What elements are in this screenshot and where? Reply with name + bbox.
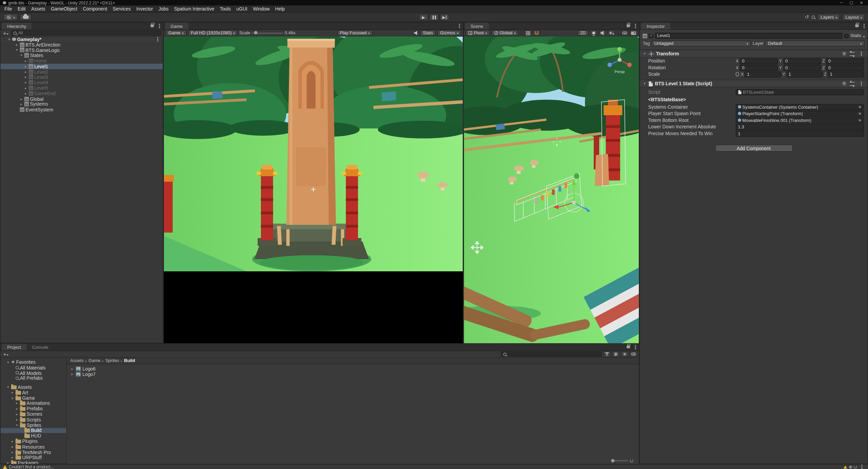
hierarchy-item-states[interactable]: States [1, 53, 163, 58]
project-tree-all-models[interactable]: All Models [1, 370, 67, 376]
console-log-icon[interactable] [849, 465, 852, 468]
menu-tools[interactable]: Tools [217, 5, 234, 12]
tool-handle-rotation-dropdown[interactable]: Global [491, 30, 518, 36]
status-message[interactable]: Couldn't find a product… [9, 464, 54, 469]
project-tree-plugins[interactable]: Plugins [1, 439, 67, 444]
hierarchy-item-bts-artdirection[interactable]: BTS.ArtDirection [1, 42, 163, 48]
object-field[interactable]: MoveableFinishline.001 (Transform) [736, 117, 864, 123]
chevron-down-icon[interactable] [6, 360, 10, 364]
project-tree-textmesh-pro[interactable]: TextMesh Pro [1, 450, 67, 455]
layer-dropdown[interactable]: Default [765, 40, 865, 47]
project-tree-game[interactable]: Game [1, 395, 67, 401]
undo-history-icon[interactable] [805, 14, 809, 20]
breadcrumb-sprites[interactable]: Sprites [105, 358, 119, 363]
position-y-field[interactable]: 0 [783, 58, 821, 64]
chevron-right-icon[interactable] [24, 81, 27, 84]
search-by-type-icon[interactable] [604, 351, 611, 357]
stats-button[interactable]: Stats [420, 30, 436, 36]
chevron-right-icon[interactable] [24, 65, 27, 68]
rotation-z-field[interactable]: 0 [826, 65, 864, 71]
chevron-down-icon[interactable] [15, 423, 19, 427]
menu-jobs[interactable]: Jobs [156, 5, 171, 12]
project-tree-all-materials[interactable]: All Materials [1, 365, 67, 370]
gameobject-name-field[interactable]: Level1 [655, 33, 843, 39]
chevron-down-icon[interactable] [643, 52, 646, 55]
scale-z-field[interactable]: 1 [828, 71, 864, 77]
help-icon[interactable] [842, 52, 846, 56]
project-tree-resources[interactable]: Resources [1, 444, 67, 450]
breadcrumb-game[interactable]: Game [89, 358, 101, 363]
step-button[interactable] [440, 14, 449, 21]
gizmos-dropdown[interactable]: Gizmos [437, 30, 461, 36]
object-picker-icon[interactable] [857, 105, 862, 109]
layout-dropdown[interactable]: Layout [843, 14, 865, 21]
tab-project[interactable]: Project [2, 344, 26, 351]
project-tree-build[interactable]: Build [1, 428, 67, 433]
menu-file[interactable]: File [2, 5, 15, 12]
static-dropdown-icon[interactable] [863, 33, 865, 38]
chevron-right-icon[interactable] [11, 391, 14, 394]
lock-icon[interactable] [151, 24, 154, 27]
menu-invector[interactable]: Invector [133, 5, 156, 12]
scale-x-field[interactable]: 1 [745, 71, 781, 77]
chevron-right-icon[interactable] [11, 456, 14, 459]
toggle-2d[interactable]: 2D [577, 30, 588, 36]
chevron-down-icon[interactable] [6, 385, 10, 389]
create-menu-button[interactable] [2, 30, 10, 36]
object-field[interactable]: SystemsContainer (Systems Container) [736, 104, 864, 110]
project-tree-art[interactable]: Art [1, 390, 67, 395]
hierarchy-item-gameend[interactable]: GameEnd [1, 91, 163, 96]
active-checkbox[interactable] [649, 34, 653, 38]
account-button[interactable]: SL [3, 14, 18, 21]
help-icon[interactable] [842, 82, 846, 86]
cloud-services-button[interactable] [20, 14, 31, 21]
chevron-down-icon[interactable] [7, 38, 11, 41]
asset-zoom-slider[interactable] [611, 459, 633, 463]
object-picker-icon[interactable] [857, 118, 862, 122]
project-tree-assets[interactable]: Assets [1, 384, 67, 390]
chevron-down-icon[interactable] [19, 54, 23, 57]
pause-button[interactable] [429, 14, 439, 21]
chevron-right-icon[interactable] [24, 70, 27, 74]
menu-ugui[interactable]: uGUI [234, 5, 250, 12]
chevron-down-icon[interactable] [11, 396, 14, 400]
hierarchy-item-level5[interactable]: Level5 [1, 85, 163, 91]
scene-render[interactable]: Persp [464, 37, 639, 343]
menu-assets[interactable]: Assets [29, 5, 48, 12]
menu-edit[interactable]: Edit [15, 5, 29, 12]
asset-item-logo7[interactable]: Logo7 [67, 372, 639, 377]
tool-handle-position-dropdown[interactable]: Pivot [465, 30, 490, 36]
hierarchy-item-home[interactable]: Home [1, 58, 163, 64]
breadcrumb-assets[interactable]: Assets [70, 358, 84, 363]
scene-header-gameplay[interactable]: Gameplay* [1, 37, 163, 42]
lock-icon[interactable] [627, 24, 630, 27]
project-tree-urpstuff[interactable]: URPStuff [1, 455, 67, 460]
project-tree-animations[interactable]: Animations [1, 401, 67, 406]
hierarchy-search-input[interactable]: All [11, 31, 161, 36]
background-tasks-icon[interactable] [854, 465, 857, 469]
save-search-icon[interactable] [621, 351, 628, 357]
chevron-right-icon[interactable] [19, 97, 23, 101]
console-warning-icon[interactable] [844, 465, 847, 468]
chevron-right-icon[interactable] [15, 43, 19, 47]
zoom-slider-handle[interactable] [254, 31, 258, 34]
add-component-button[interactable]: Add Component [715, 145, 792, 152]
scene-lighting-icon[interactable] [590, 30, 597, 36]
menu-help[interactable]: Help [272, 5, 288, 12]
hierarchy-item-systems[interactable]: Systems [1, 102, 163, 107]
menu-window[interactable]: Window [250, 5, 273, 12]
chevron-down-icon[interactable] [15, 49, 19, 52]
hierarchy-item-global[interactable]: Global [1, 96, 163, 102]
hierarchy-item-level2[interactable]: Level2 [1, 69, 163, 74]
chevron-right-icon[interactable] [11, 451, 14, 454]
snap-magnet-icon[interactable] [533, 30, 540, 36]
scene-audio-icon[interactable] [599, 30, 606, 36]
packages-visibility-icon[interactable] [630, 351, 637, 357]
chevron-right-icon[interactable] [24, 92, 27, 95]
constrain-proportions-icon[interactable] [736, 72, 739, 76]
hierarchy-item-level1[interactable]: Level1 [1, 64, 163, 69]
menu-services[interactable]: Services [110, 5, 133, 12]
chevron-right-icon[interactable] [24, 86, 27, 90]
scene-options-icon[interactable] [157, 39, 158, 40]
chevron-down-icon[interactable] [643, 82, 646, 85]
